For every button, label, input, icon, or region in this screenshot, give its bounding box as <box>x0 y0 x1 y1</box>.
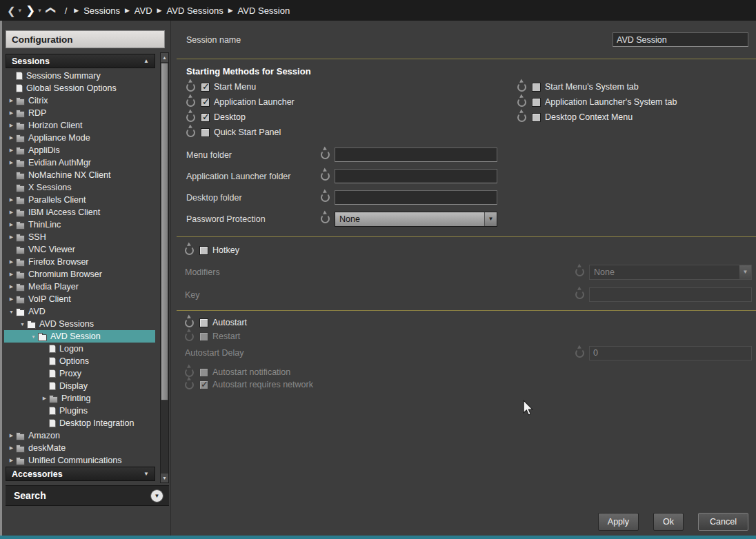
tree-item-nomachine-nx-client[interactable]: NoMachine NX Client <box>4 169 155 181</box>
reset-icon[interactable] <box>185 246 194 255</box>
desktop-checkbox[interactable] <box>201 113 210 122</box>
password-protection-select[interactable]: None <box>335 212 497 227</box>
tree-item-printing[interactable]: Printing <box>4 392 155 405</box>
scroll-up-button[interactable] <box>161 53 168 62</box>
reset-icon[interactable] <box>575 267 584 276</box>
expand-icon[interactable] <box>7 259 16 265</box>
expand-icon[interactable] <box>7 160 16 165</box>
tree-item-horizon-client[interactable]: Horizon Client <box>4 119 155 132</box>
tree-item-deskmate[interactable]: deskMate <box>4 442 155 454</box>
application-launcher-folder-input[interactable] <box>335 169 497 183</box>
breadcrumb-item[interactable]: Sessions <box>83 6 120 16</box>
reset-icon[interactable] <box>185 318 194 327</box>
reset-icon[interactable] <box>185 368 194 377</box>
quick-start-panel-checkbox[interactable] <box>201 128 210 137</box>
collapse-icon[interactable] <box>29 334 38 339</box>
tree-item-logon[interactable]: Logon <box>4 343 155 355</box>
tree-item-vnc-viewer[interactable]: VNC Viewer <box>4 243 155 256</box>
tree-item-citrix[interactable]: Citrix <box>4 94 155 107</box>
sidebar-scrollbar[interactable] <box>160 52 169 483</box>
expand-icon[interactable] <box>40 396 49 401</box>
tree-item-amazon[interactable]: Amazon <box>4 429 155 442</box>
reset-icon[interactable] <box>186 83 195 92</box>
tree-item-firefox-browser[interactable]: Firefox Browser <box>4 256 155 268</box>
hotkey-checkbox[interactable] <box>199 246 208 255</box>
scrollbar-thumb[interactable] <box>161 63 168 400</box>
expand-icon[interactable] <box>7 284 16 289</box>
tree-item-applidis[interactable]: AppliDis <box>4 144 155 156</box>
expand-icon[interactable] <box>7 234 16 240</box>
search-section[interactable]: Search <box>6 485 169 506</box>
tree-item-rdp[interactable]: RDP <box>4 107 155 119</box>
desktop-folder-input[interactable] <box>335 190 497 205</box>
reset-icon[interactable] <box>185 380 194 389</box>
expand-icon[interactable] <box>7 445 16 451</box>
tree-item-options[interactable]: Options <box>4 355 155 367</box>
breadcrumb-item[interactable]: AVD Session <box>238 6 290 16</box>
tree-item-avd-sessions[interactable]: AVD Sessions <box>4 318 155 330</box>
expand-icon[interactable] <box>7 197 16 203</box>
reset-icon[interactable] <box>517 98 526 107</box>
reset-icon[interactable] <box>575 290 584 299</box>
search-expand-button[interactable] <box>150 489 163 502</box>
reset-icon[interactable] <box>517 113 526 122</box>
tree-item-avd-session[interactable]: AVD Session <box>4 330 155 343</box>
reset-icon[interactable] <box>321 150 330 159</box>
menu-folder-input[interactable] <box>335 148 497 162</box>
reset-icon[interactable] <box>575 349 584 358</box>
expand-icon[interactable] <box>7 210 16 215</box>
expand-icon[interactable] <box>7 98 16 103</box>
tree-item-proxy[interactable]: Proxy <box>4 367 155 380</box>
autostart-checkbox[interactable] <box>199 318 208 327</box>
tree-item-parallels-client[interactable]: Parallels Client <box>4 194 155 206</box>
scrollbar-track[interactable] <box>161 62 168 474</box>
expand-icon[interactable] <box>7 110 16 116</box>
reset-icon[interactable] <box>321 214 330 223</box>
tree-item-ibm-iaccess-client[interactable]: IBM iAccess Client <box>4 206 155 218</box>
back-icon[interactable] <box>7 6 16 16</box>
start-menu-s-system-tab-checkbox[interactable] <box>532 83 541 92</box>
tree-item-display[interactable]: Display <box>4 380 155 392</box>
expand-icon[interactable] <box>7 272 16 277</box>
collapse-icon[interactable] <box>7 309 16 314</box>
expand-icon[interactable] <box>7 148 16 153</box>
collapse-section-icon[interactable] <box>143 58 149 64</box>
tree-item-unified-communications[interactable]: Unified Communications <box>4 454 155 467</box>
tree-item-desktop-integration[interactable]: Desktop Integration <box>4 417 155 429</box>
expand-section-icon[interactable] <box>143 471 149 477</box>
reset-icon[interactable] <box>185 332 194 341</box>
desktop-context-menu-checkbox[interactable] <box>532 113 541 122</box>
breadcrumb-item[interactable]: AVD Sessions <box>167 6 223 16</box>
tree-item-sessions-summary[interactable]: Sessions Summary <box>4 70 155 82</box>
tree-item-voip-client[interactable]: VoIP Client <box>4 293 155 305</box>
tree-item-media-player[interactable]: Media Player <box>4 281 155 293</box>
forward-dropdown-icon[interactable] <box>38 7 41 14</box>
reset-icon[interactable] <box>517 83 526 92</box>
tree-item-plugins[interactable]: Plugins <box>4 405 155 417</box>
reset-icon[interactable] <box>186 113 195 122</box>
scroll-down-button[interactable] <box>161 474 168 482</box>
ok-button[interactable]: Ok <box>653 513 684 531</box>
session-name-input[interactable] <box>613 32 748 47</box>
expand-icon[interactable] <box>7 222 16 227</box>
expand-icon[interactable] <box>7 296 16 302</box>
expand-icon[interactable] <box>7 458 16 463</box>
sidebar-section-sessions[interactable]: Sessions <box>6 54 155 68</box>
tree-item-global-session-options[interactable]: Global Session Options <box>4 82 155 94</box>
tree-item-avd[interactable]: AVD <box>4 305 155 318</box>
application-launcher-s-system-tab-checkbox[interactable] <box>532 98 541 107</box>
back-dropdown-icon[interactable] <box>19 7 22 14</box>
apply-button[interactable]: Apply <box>598 513 639 531</box>
collapse-icon[interactable] <box>18 322 27 327</box>
forward-icon[interactable] <box>26 5 35 17</box>
expand-icon[interactable] <box>7 433 16 438</box>
tree-item-x-sessions[interactable]: X Sessions <box>4 181 155 194</box>
reset-icon[interactable] <box>186 128 195 137</box>
expand-icon[interactable] <box>7 135 16 141</box>
breadcrumb-item[interactable]: AVD <box>135 6 152 16</box>
tree-item-appliance-mode[interactable]: Appliance Mode <box>4 132 155 144</box>
up-icon[interactable] <box>45 6 54 14</box>
sidebar-section-accessories[interactable]: Accessories <box>6 467 155 481</box>
tree-item-thinlinc[interactable]: ThinLinc <box>4 218 155 231</box>
reset-icon[interactable] <box>321 172 330 181</box>
